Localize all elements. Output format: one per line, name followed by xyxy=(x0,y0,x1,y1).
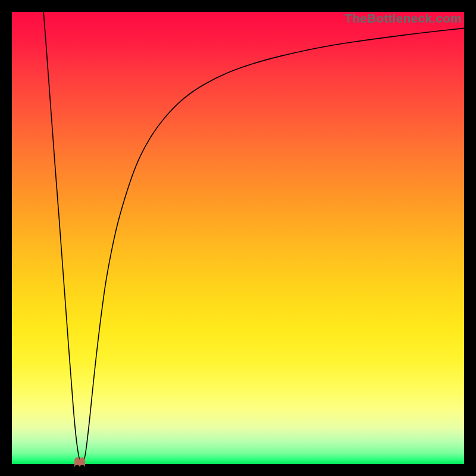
bottleneck-curve xyxy=(12,12,464,464)
chart-frame: TheBottleneck.com xyxy=(12,12,464,464)
optimal-point-marker-icon xyxy=(72,455,87,468)
watermark-text: TheBottleneck.com xyxy=(345,11,462,26)
